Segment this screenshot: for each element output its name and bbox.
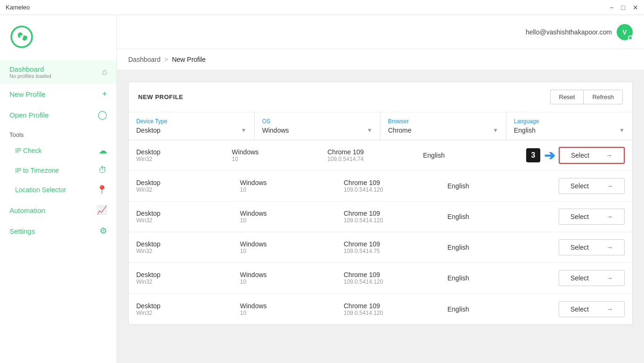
sidebar-item-new-profile[interactable]: New Profile + [0,84,116,104]
os-num-cell: 10 [240,279,344,285]
filter-browser[interactable]: Browser Chrome ▼ [380,112,506,140]
table-row: Desktop Win32 Windows 10 Chrome 109 109.… [129,263,632,294]
language-arrow-icon: ▼ [619,127,625,134]
user-info: hello@vashishthakapoor.com V [526,24,633,40]
filter-device-type[interactable]: Device Type Desktop ▼ [129,112,255,140]
cell-action: 3 ➔ Select → [519,143,625,168]
select-button[interactable]: Select → [559,209,625,225]
cell-language: English [447,244,551,251]
sidebar-item-ip-check[interactable]: IP Check ☁ [0,141,116,160]
select-label: Select [570,182,589,190]
cell-browser: Chrome 109 109.0.5414.120 [344,210,447,224]
sidebar-item-dashboard[interactable]: Dashboard No profiles loaded ⌂ [0,60,116,84]
settings-label: Settings [9,227,35,235]
dashboard-sub: No profiles loaded [9,73,51,79]
close-icon[interactable]: ✕ [633,4,638,11]
cell-language: English [447,182,551,190]
sidebar-item-automation[interactable]: Automation 📈 [0,200,116,220]
device-sub-cell: Win32 [136,156,232,162]
cell-language: English [447,274,551,282]
filter-os[interactable]: OS Windows ▼ [255,112,380,140]
cell-browser: Chrome 109 109.0.5414.75 [344,240,447,254]
cell-device-type: Desktop Win32 [136,179,240,193]
sidebar: Dashboard No profiles loaded ⌂ New Profi… [0,15,117,363]
window-controls: − □ ✕ [610,4,638,11]
breadcrumb-dashboard[interactable]: Dashboard [128,56,161,63]
cell-language: English [423,152,519,159]
select-label: Select [570,274,589,282]
browser-name-cell: Chrome 109 [344,271,447,279]
cell-os: Windows 10 [232,148,328,162]
breadcrumb-separator: > [165,56,168,63]
page-content: NEW PROFILE Reset Refresh Device Type De… [117,70,644,363]
logo-area [0,25,116,60]
device-type-cell: Desktop [136,179,240,186]
sidebar-nav: Dashboard No profiles loaded ⌂ New Profi… [0,60,116,241]
panel-title: NEW PROFILE [138,93,183,101]
browser-arrow-icon: ▼ [493,127,498,134]
table-row: Desktop Win32 Windows 10 Chrome 109 109.… [129,171,632,202]
cell-action: Select → [551,266,625,290]
cell-action: Select → [551,236,625,259]
avatar: V [617,24,633,40]
refresh-button[interactable]: Refresh [583,90,623,104]
os-num-cell: 10 [240,217,344,224]
breadcrumb-current: New Profile [172,56,206,63]
sidebar-item-open-profile[interactable]: Open Profile ◯ [0,105,116,125]
avatar-status-dot [628,35,633,40]
select-arrow-icon: → [606,213,613,220]
minimize-icon[interactable]: − [610,4,613,11]
reset-button[interactable]: Reset [550,90,584,104]
device-sub-cell: Win32 [136,217,240,224]
automation-label: Automation [9,206,45,214]
cell-os: Windows 10 [240,302,344,316]
home-icon: ⌂ [102,67,107,77]
os-value: Windows [262,127,289,134]
sidebar-item-location-selector[interactable]: Location Selector 📍 [0,180,116,199]
select-label: Select [570,213,589,220]
cell-language: English [447,213,551,220]
device-type-cell: Desktop [136,148,232,156]
browser-ver-cell: 109.0.5414.120 [344,279,447,285]
select-button[interactable]: Select → [559,147,625,164]
select-button[interactable]: Select → [559,239,625,255]
open-profile-label: Open Profile [9,111,49,119]
app-body: Dashboard No profiles loaded ⌂ New Profi… [0,15,644,363]
cell-browser: Chrome 109 109.0.5414.74 [328,148,423,162]
tools-section-label: Tools [0,126,116,140]
select-arrow-icon: → [606,305,613,313]
device-type-arrow-icon: ▼ [241,127,247,134]
browser-ver-cell: 109.0.5414.74 [328,156,423,162]
select-button[interactable]: Select → [559,178,625,194]
device-type-cell: Desktop [136,302,240,310]
cell-device-type: Desktop Win32 [136,210,240,224]
select-arrow-icon: → [606,152,612,159]
ip-to-timezone-label: IP to Timezone [15,167,59,174]
panel-header: NEW PROFILE Reset Refresh [129,82,632,112]
device-type-cell: Desktop [136,240,240,248]
sidebar-item-ip-to-timezone[interactable]: IP to Timezone ⏱ [0,161,116,179]
os-version-cell: Windows [232,148,328,156]
sidebar-item-settings[interactable]: Settings ⚙ [0,221,116,241]
maximize-icon[interactable]: □ [621,4,625,11]
os-num-cell: 10 [240,248,344,254]
select-arrow-icon: → [606,244,613,251]
select-arrow-icon: → [606,274,613,282]
new-profile-panel: NEW PROFILE Reset Refresh Device Type De… [128,82,633,325]
select-button[interactable]: Select → [559,301,625,317]
cell-language: English [447,305,551,313]
browser-ver-cell: 109.0.5414.120 [344,217,447,224]
svg-point-1 [20,35,24,39]
step-badge: 3 [526,148,540,162]
table-row: Desktop Win32 Windows 10 Chrome 109 109.… [129,202,632,232]
browser-name-cell: Chrome 109 [344,302,447,310]
table-row: Desktop Win32 Windows 10 Chrome 109 109.… [129,294,632,324]
select-button[interactable]: Select → [559,270,625,286]
device-sub-cell: Win32 [136,279,240,285]
filter-language[interactable]: Language English ▼ [506,112,632,140]
cell-action: Select → [551,174,625,198]
browser-ver-cell: 109.0.5414.75 [344,248,447,254]
browser-name-cell: Chrome 109 [344,179,447,186]
os-version-cell: Windows [240,302,344,310]
app-title: Kameleo [6,4,30,11]
